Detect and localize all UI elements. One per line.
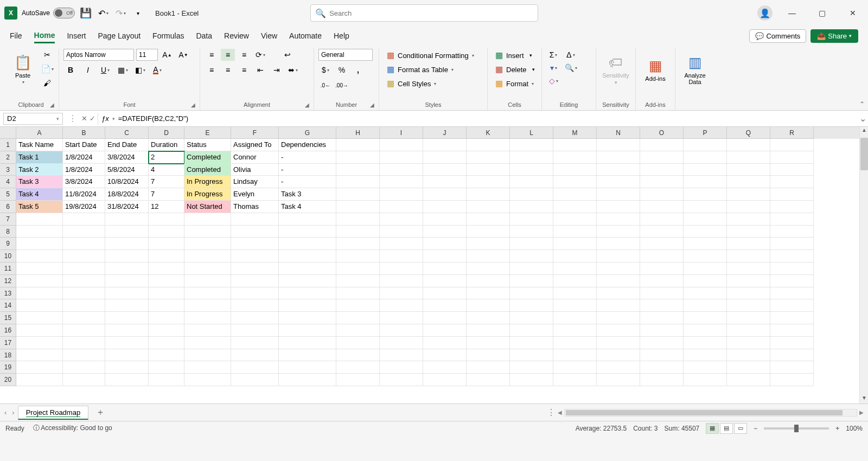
cell[interactable]: [380, 324, 423, 337]
cell[interactable]: [467, 201, 510, 213]
column-header-N[interactable]: N: [597, 127, 640, 139]
cell[interactable]: -: [279, 176, 336, 188]
tab-review[interactable]: Review: [224, 29, 249, 42]
cell[interactable]: [597, 201, 640, 213]
cell[interactable]: [423, 312, 467, 324]
cell[interactable]: [16, 324, 63, 337]
cell[interactable]: 5/8/2024: [105, 164, 149, 176]
cell[interactable]: [16, 275, 63, 287]
cell[interactable]: [553, 176, 597, 188]
cell[interactable]: [510, 299, 553, 312]
cell[interactable]: [279, 349, 336, 362]
cell[interactable]: [16, 287, 63, 300]
cell[interactable]: [336, 151, 380, 164]
cell[interactable]: [770, 226, 814, 238]
cell[interactable]: [336, 139, 380, 151]
cell[interactable]: [597, 324, 640, 337]
cell[interactable]: [231, 361, 279, 374]
cell[interactable]: [279, 324, 336, 337]
cell[interactable]: [467, 287, 510, 300]
cell[interactable]: 7: [149, 188, 184, 201]
row-header-18[interactable]: 18: [0, 349, 16, 362]
cell[interactable]: [380, 287, 423, 300]
cell[interactable]: [510, 238, 553, 250]
undo-button[interactable]: ↶: [97, 7, 110, 20]
cell[interactable]: [423, 176, 467, 188]
comments-button[interactable]: 💬Comments: [749, 29, 806, 43]
cell[interactable]: [423, 201, 467, 213]
cell[interactable]: [597, 188, 640, 201]
cell[interactable]: [380, 151, 423, 164]
cell[interactable]: [553, 337, 597, 349]
cell[interactable]: [423, 139, 467, 151]
cell[interactable]: [597, 361, 640, 374]
cell[interactable]: [553, 349, 597, 362]
cell[interactable]: Task 4: [16, 188, 63, 201]
sort-filter-button[interactable]: ᐃ: [564, 49, 578, 61]
cell[interactable]: [467, 275, 510, 287]
cell[interactable]: [16, 250, 63, 262]
cell[interactable]: [149, 275, 184, 287]
cell[interactable]: [184, 275, 231, 287]
cell[interactable]: [553, 275, 597, 287]
cell[interactable]: [336, 188, 380, 201]
cell[interactable]: [510, 213, 553, 226]
page-break-view-button[interactable]: ▭: [734, 423, 747, 434]
column-header-O[interactable]: O: [640, 127, 684, 139]
cell[interactable]: [279, 361, 336, 374]
borders-button[interactable]: ▦: [116, 64, 130, 76]
cell[interactable]: [184, 287, 231, 300]
cell[interactable]: Olivia: [231, 164, 279, 176]
cell-styles-button[interactable]: ▦Cell Styles: [384, 77, 438, 90]
scroll-up-arrow[interactable]: ▲: [860, 127, 868, 136]
cell[interactable]: [553, 188, 597, 201]
cell[interactable]: [684, 164, 727, 176]
cell[interactable]: [727, 361, 770, 374]
cell[interactable]: [105, 287, 149, 300]
cell[interactable]: [336, 287, 380, 300]
tab-data[interactable]: Data: [196, 29, 212, 42]
align-middle-button[interactable]: ≡: [221, 49, 235, 61]
cell[interactable]: [380, 139, 423, 151]
horizontal-scrollbar[interactable]: [564, 409, 857, 417]
cell[interactable]: [770, 139, 814, 151]
row-header-1[interactable]: 1: [0, 139, 16, 151]
cell[interactable]: [184, 238, 231, 250]
cell[interactable]: [510, 188, 553, 201]
cell[interactable]: [727, 349, 770, 362]
cell[interactable]: Task Name: [16, 139, 63, 151]
user-avatar[interactable]: 👤: [757, 5, 773, 21]
cell[interactable]: [640, 176, 684, 188]
vertical-scrollbar[interactable]: ▲ ▼: [859, 127, 868, 404]
cell[interactable]: [149, 226, 184, 238]
cell[interactable]: [380, 374, 423, 386]
addins-button[interactable]: ▦Add-ins: [640, 49, 671, 90]
cell[interactable]: [467, 349, 510, 362]
column-header-F[interactable]: F: [231, 127, 279, 139]
collapse-ribbon-button[interactable]: ⌃: [859, 100, 865, 108]
cell[interactable]: [184, 374, 231, 386]
cell[interactable]: [727, 275, 770, 287]
cell[interactable]: [727, 374, 770, 386]
cell[interactable]: [510, 349, 553, 362]
formula-input[interactable]: [115, 114, 857, 123]
cell[interactable]: 11/8/2024: [63, 188, 105, 201]
cell[interactable]: [553, 238, 597, 250]
cell[interactable]: [770, 275, 814, 287]
cell[interactable]: Dependencies: [279, 139, 336, 151]
align-left-button[interactable]: ≡: [205, 64, 219, 76]
column-header-L[interactable]: L: [510, 127, 553, 139]
cell[interactable]: [336, 226, 380, 238]
cell[interactable]: [380, 299, 423, 312]
cell[interactable]: [149, 349, 184, 362]
delete-cells-button[interactable]: ▦Delete▾: [492, 63, 537, 76]
enter-formula-button[interactable]: ✓: [90, 114, 95, 123]
cell[interactable]: [16, 349, 63, 362]
cell[interactable]: [184, 312, 231, 324]
cell[interactable]: Task 1: [16, 151, 63, 164]
row-header-4[interactable]: 4: [0, 176, 16, 188]
cell[interactable]: [380, 164, 423, 176]
cell[interactable]: [640, 201, 684, 213]
cell[interactable]: [105, 238, 149, 250]
cell[interactable]: [423, 361, 467, 374]
